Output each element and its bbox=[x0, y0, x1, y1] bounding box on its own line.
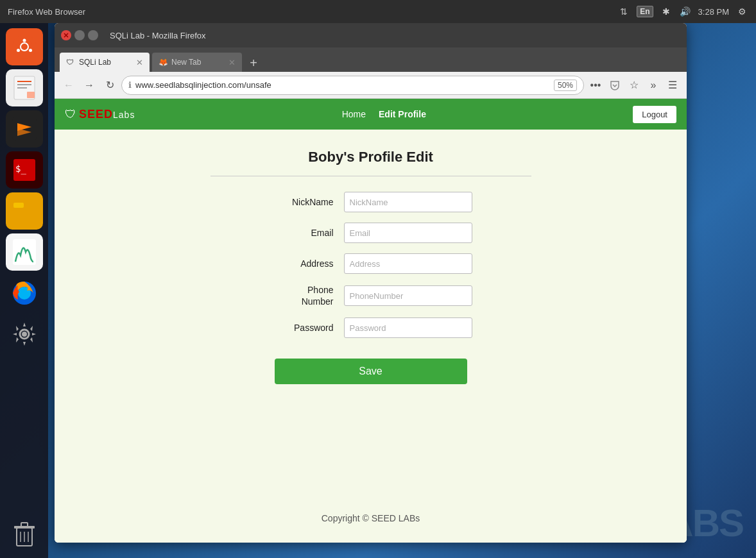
svg-point-22 bbox=[22, 332, 27, 337]
tab-new-tab[interactable]: 🦊 New Tab ✕ bbox=[152, 53, 242, 72]
ubuntu-icon bbox=[12, 35, 37, 59]
label-phone: PhoneNumber bbox=[270, 284, 334, 307]
clock: 3:28 PM bbox=[698, 7, 729, 17]
svg-text:$_: $_ bbox=[15, 164, 26, 174]
logo-seed: SEED bbox=[79, 108, 113, 121]
tab-label-sqli: SQLi Lab bbox=[79, 58, 111, 67]
dock-item-settings[interactable] bbox=[6, 316, 43, 353]
save-button[interactable]: Save bbox=[275, 359, 467, 384]
nav-link-home[interactable]: Home bbox=[342, 109, 366, 119]
forward-button[interactable]: → bbox=[80, 76, 98, 94]
site-navbar: 🛡 SEEDLabs Home Edit Profile Logout bbox=[55, 99, 687, 130]
desktop: Firefox Web Browser ⇅ En ✱ 🔊 3:28 PM ⚙ $… bbox=[0, 0, 756, 558]
dock-item-trash[interactable] bbox=[6, 516, 43, 553]
firefox-window: SQLi Lab - Mozilla Firefox 🛡 SQLi Lab ✕ … bbox=[55, 23, 687, 543]
site-logo: 🛡 SEEDLabs bbox=[65, 108, 135, 121]
input-password[interactable] bbox=[344, 317, 472, 338]
reload-button[interactable]: ↻ bbox=[101, 76, 119, 94]
minimize-button[interactable] bbox=[74, 30, 85, 40]
tab-favicon-new: 🦊 bbox=[159, 58, 168, 67]
logo-labs: Labs bbox=[113, 110, 135, 120]
tab-favicon-sqli: 🛡 bbox=[66, 58, 75, 67]
form-row-email: Email bbox=[270, 223, 472, 243]
language-badge[interactable]: En bbox=[637, 6, 653, 17]
logout-button[interactable]: Logout bbox=[633, 106, 676, 123]
back-button[interactable]: ← bbox=[60, 76, 78, 94]
dock-item-files[interactable] bbox=[6, 192, 43, 230]
label-address: Address bbox=[270, 258, 334, 269]
svg-rect-25 bbox=[21, 523, 28, 527]
new-tab-button[interactable]: + bbox=[245, 54, 262, 72]
form-row-phone: PhoneNumber bbox=[270, 284, 472, 307]
window-controls bbox=[61, 30, 98, 40]
form-row-password: Password bbox=[270, 317, 472, 338]
address-text: www.seedlabsqlinjection.com/unsafe bbox=[135, 80, 550, 90]
bookmark-button[interactable]: ☆ bbox=[625, 76, 643, 94]
window-title: SQLi Lab - Mozilla Firefox bbox=[110, 31, 206, 40]
dock-item-ubuntu[interactable] bbox=[6, 28, 43, 65]
input-nickname[interactable] bbox=[344, 192, 472, 212]
label-nickname: NickName bbox=[270, 197, 334, 207]
menu-button[interactable]: ☰ bbox=[664, 76, 682, 94]
nav-bar: ← → ↻ ℹ www.seedlabsqlinjection.com/unsa… bbox=[55, 72, 687, 99]
dock-item-firefox[interactable] bbox=[6, 275, 43, 312]
input-email[interactable] bbox=[344, 223, 472, 243]
taskbar-top: Firefox Web Browser ⇅ En ✱ 🔊 3:28 PM ⚙ bbox=[0, 0, 756, 23]
dock-item-wireshark[interactable] bbox=[6, 233, 43, 271]
svg-point-3 bbox=[29, 49, 32, 52]
address-bar[interactable]: ℹ www.seedlabsqlinjection.com/unsafe 50% bbox=[121, 76, 584, 95]
pocket-button[interactable] bbox=[606, 76, 624, 94]
taskbar-title: Firefox Web Browser bbox=[8, 7, 85, 17]
form-row-address: Address bbox=[270, 253, 472, 274]
close-button[interactable] bbox=[61, 30, 71, 40]
secure-icon: ℹ bbox=[128, 80, 132, 90]
page-content: 🛡 SEEDLabs Home Edit Profile Logout Boby… bbox=[55, 99, 687, 543]
svg-rect-9 bbox=[27, 92, 35, 98]
dock: $_ bbox=[0, 23, 48, 558]
tab-bar: 🛡 SQLi Lab ✕ 🦊 New Tab ✕ + bbox=[55, 47, 687, 72]
more-button[interactable]: ••• bbox=[587, 76, 605, 94]
volume-icon: 🔊 bbox=[679, 5, 692, 18]
profile-form-container: Boby's Profile Edit NickName Email Addre… bbox=[55, 130, 687, 543]
form-divider bbox=[210, 176, 531, 176]
label-email: Email bbox=[270, 228, 334, 238]
label-password: Password bbox=[270, 323, 334, 333]
dock-item-sublime[interactable] bbox=[6, 110, 43, 148]
tab-close-new[interactable]: ✕ bbox=[228, 58, 236, 67]
nav-right-buttons: ••• ☆ » ☰ bbox=[587, 76, 682, 94]
tab-sqli-lab[interactable]: 🛡 SQLi Lab ✕ bbox=[60, 53, 150, 72]
svg-point-2 bbox=[22, 39, 26, 42]
bluetooth-icon: ✱ bbox=[660, 5, 673, 18]
logo-text: SEEDLabs bbox=[79, 108, 135, 121]
dock-item-text-editor[interactable] bbox=[6, 69, 43, 106]
input-address[interactable] bbox=[344, 253, 472, 274]
power-icon[interactable]: ⚙ bbox=[735, 5, 748, 18]
network-icon: ⇅ bbox=[617, 5, 630, 18]
form-title: Boby's Profile Edit bbox=[308, 149, 433, 165]
site-nav-links: Home Edit Profile bbox=[342, 109, 426, 119]
input-phone[interactable] bbox=[344, 285, 472, 306]
tab-label-new: New Tab bbox=[171, 58, 201, 67]
copyright-text: Copyright © SEED LABs bbox=[322, 500, 420, 523]
nav-link-edit-profile[interactable]: Edit Profile bbox=[379, 109, 426, 119]
tab-close-sqli[interactable]: ✕ bbox=[136, 58, 143, 67]
svg-rect-17 bbox=[13, 203, 24, 208]
overflow-button[interactable]: » bbox=[644, 76, 662, 94]
logo-shield-icon: 🛡 bbox=[65, 108, 76, 121]
svg-point-4 bbox=[17, 49, 20, 52]
window-titlebar: SQLi Lab - Mozilla Firefox bbox=[55, 23, 687, 47]
form-row-nickname: NickName bbox=[270, 192, 472, 212]
zoom-level[interactable]: 50% bbox=[554, 80, 577, 91]
taskbar-tray: ⇅ En ✱ 🔊 3:28 PM ⚙ bbox=[617, 5, 748, 18]
dock-item-terminal[interactable]: $_ bbox=[6, 151, 43, 189]
maximize-button[interactable] bbox=[88, 30, 98, 40]
